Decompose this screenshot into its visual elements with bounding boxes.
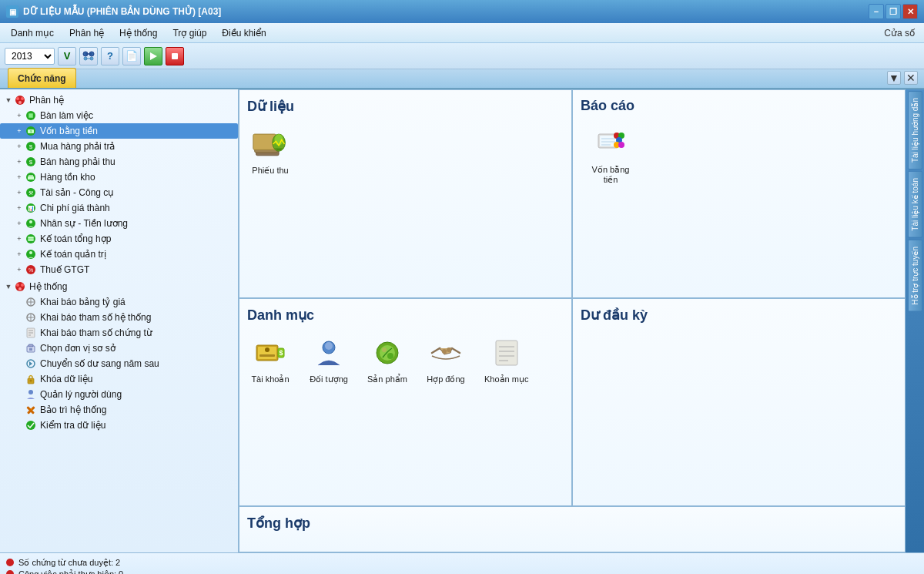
menu-he-thong[interactable]: Hệ thống xyxy=(112,26,165,40)
menu-bar: Danh mục Phân hệ Hệ thống Trợ giúp Điều … xyxy=(0,23,924,43)
svg-text:$: $ xyxy=(29,143,33,150)
restore-button[interactable]: ❐ xyxy=(886,4,901,19)
tai-khoan-item[interactable]: $ Tài khoản xyxy=(247,331,293,388)
sidebar-item-chi-phi[interactable]: + 📊 Chi phí giá thành xyxy=(0,200,238,216)
expand-icon: + xyxy=(14,264,25,275)
bao-tri-icon xyxy=(25,404,37,416)
ban-lam-viec-icon xyxy=(25,109,37,122)
chuyen-so-du-icon xyxy=(25,357,37,370)
toolbar: 2013 2014 2012 V ? 📄 xyxy=(0,43,924,69)
expand-icon: + xyxy=(14,233,25,244)
menu-tro-giup[interactable]: Trợ giúp xyxy=(165,26,214,40)
menu-cua-so[interactable]: Cửa số xyxy=(884,28,921,39)
svg-point-57 xyxy=(28,390,33,394)
svg-marker-6 xyxy=(150,52,157,60)
sidebar-item-don-vi-so-so[interactable]: Chọn đơn vị sơ sở xyxy=(0,341,238,356)
sidebar-item-ty-gia[interactable]: Khai báo bảng tỷ giá xyxy=(0,294,238,310)
phan-he-label: Phân hệ xyxy=(29,95,64,106)
chuc-nang-tab[interactable]: Chức năng xyxy=(8,68,76,88)
sidebar-item-quan-ly-nguoi-dung[interactable]: Quản lý người dùng xyxy=(0,387,238,402)
toolbar-help-button[interactable]: ? xyxy=(101,47,119,65)
svg-point-90 xyxy=(447,347,451,352)
expand-icon: + xyxy=(14,110,25,121)
menu-phan-he[interactable]: Phân hệ xyxy=(62,26,112,40)
san-pham-item[interactable]: Sản phẩm xyxy=(364,331,410,388)
sidebar-item-ban-hang[interactable]: + $ Bán hàng phải thu xyxy=(0,154,238,170)
notif-item-2: Công việc phải thực hiện: 0 xyxy=(6,569,918,575)
don-vi-icon xyxy=(25,342,37,354)
sidebar-item-khoa-du-lieu[interactable]: Khóa dữ liệu xyxy=(0,371,238,387)
sidebar-phan-he-root[interactable]: ▼ Phân hệ xyxy=(0,92,238,108)
phieu-thu-item[interactable]: Phiếu thu xyxy=(247,123,293,179)
svg-point-76 xyxy=(618,142,624,148)
close-button[interactable]: ✕ xyxy=(902,4,918,19)
toolbar-play-button[interactable] xyxy=(144,47,162,65)
toolbar-link-button[interactable] xyxy=(79,47,98,65)
app-icon: ▣ xyxy=(6,5,18,18)
toolbar-doc-button[interactable]: 📄 xyxy=(122,47,141,65)
doi-tuong-icon xyxy=(310,334,347,371)
hop-dong-item[interactable]: Hợp đồng xyxy=(423,331,469,388)
svg-point-84 xyxy=(325,342,333,350)
expand-icon: + xyxy=(14,249,25,260)
svg-rect-52 xyxy=(28,344,33,347)
sidebar-item-hang-ton-kho[interactable]: + Hàng tồn kho xyxy=(0,170,238,185)
minimize-button[interactable]: − xyxy=(869,4,884,19)
tai-san-label: Tài sản - Công cụ xyxy=(40,187,114,198)
von-bang-tien-bao-cao-item[interactable]: Vốn bằng tiền xyxy=(581,122,641,188)
von-bang-tien-icon: $ xyxy=(25,125,37,137)
sidebar-item-mua-hang[interactable]: + $ Mua hàng phải trả xyxy=(0,139,238,154)
ke-toan-tong-hop-icon xyxy=(25,233,37,245)
sidebar-item-kiem-tra[interactable]: Kiểm tra dữ liệu xyxy=(0,418,238,433)
expand-icon xyxy=(14,374,25,384)
right-tab-ke-toan[interactable]: Tài liệu kế toán xyxy=(908,171,922,238)
ty-gia-icon xyxy=(25,296,37,308)
tab-close-button[interactable]: ✕ xyxy=(904,71,918,85)
sidebar-item-tham-so-he-thong[interactable]: Khai báo tham số hệ thống xyxy=(0,310,238,325)
svg-point-88 xyxy=(387,353,393,359)
du-dau-ky-section: Dư đầu kỳ xyxy=(572,298,906,507)
notif-dot-2 xyxy=(6,570,14,574)
bao-cao-title: Báo cáo xyxy=(581,98,897,114)
tai-khoan-icon: $ xyxy=(252,334,289,371)
san-pham-icon xyxy=(369,334,406,371)
sidebar-item-tham-so-chung-tu[interactable]: Khai báo tham số chứng từ xyxy=(0,325,238,341)
sidebar-item-nhan-su[interactable]: + Nhân sự - Tiền lương xyxy=(0,216,238,231)
menu-danh-muc[interactable]: Danh mục xyxy=(3,26,62,40)
toolbar-v-button[interactable]: V xyxy=(58,47,76,65)
ban-lam-viec-label: Bàn làm việc xyxy=(40,110,93,121)
sidebar-item-bao-tri[interactable]: Bảo trì hệ thống xyxy=(0,402,238,418)
right-tab-ho-tro[interactable]: Hỗ trợ trực tuyến xyxy=(908,240,922,312)
nhan-su-icon xyxy=(25,217,37,230)
khoan-muc-item[interactable]: Khoản mục xyxy=(481,331,531,388)
bao-cao-section: Báo cáo xyxy=(572,89,906,298)
svg-point-87 xyxy=(382,347,387,352)
right-tab-huong-dan[interactable]: Tài liệu hướng dẫn xyxy=(908,91,922,170)
menu-dieu-khien[interactable]: Điều khiển xyxy=(214,26,273,40)
tab-dropdown-button[interactable]: ▼ xyxy=(887,71,901,85)
sidebar-item-tai-san[interactable]: + ⚒ Tài sản - Công cụ xyxy=(0,185,238,200)
expand-icon-ty-gia xyxy=(14,297,25,307)
sidebar-item-ban-lam-viec[interactable]: + Bàn làm việc xyxy=(0,108,238,123)
ke-toan-tong-hop-label: Kế toán tổng hợp xyxy=(40,233,111,244)
sidebar-he-thong-root[interactable]: ▼ Hệ thống xyxy=(0,279,238,294)
expand-icon xyxy=(14,312,25,323)
tham-so-he-thong-icon xyxy=(25,311,37,324)
doi-tuong-item[interactable]: Đối tượng xyxy=(306,331,352,388)
sidebar-item-ke-toan-quan-tri[interactable]: + Kế toán quản trị xyxy=(0,247,238,262)
year-select[interactable]: 2013 2014 2012 xyxy=(5,48,55,65)
sidebar-item-thue-gtgt[interactable]: + % Thuế GTGT xyxy=(0,262,238,277)
expand-icon: + xyxy=(14,187,25,198)
expand-icon: + xyxy=(14,218,25,229)
he-thong-label: Hệ thống xyxy=(29,281,67,292)
sidebar-item-ke-toan-tong-hop[interactable]: + Kế toán tổng hợp xyxy=(0,231,238,247)
ty-gia-label: Khai báo bảng tỷ giá xyxy=(40,297,126,307)
toolbar-stop-button[interactable] xyxy=(166,47,184,65)
tai-san-icon: ⚒ xyxy=(25,186,37,199)
title-bar: ▣ DỮ LIỆU MẪU (PHIÊN BẢN DÙNG THỬ) [A03]… xyxy=(0,0,924,23)
du-lieu-content: Phiếu thu xyxy=(247,123,564,179)
hang-ton-kho-icon xyxy=(25,171,37,183)
hop-dong-icon xyxy=(427,334,464,371)
sidebar-item-von-bang-tien[interactable]: + $ Vốn bằng tiền xyxy=(0,123,238,139)
sidebar-item-chuyen-so-du[interactable]: Chuyển số dư sang năm sau xyxy=(0,356,238,371)
